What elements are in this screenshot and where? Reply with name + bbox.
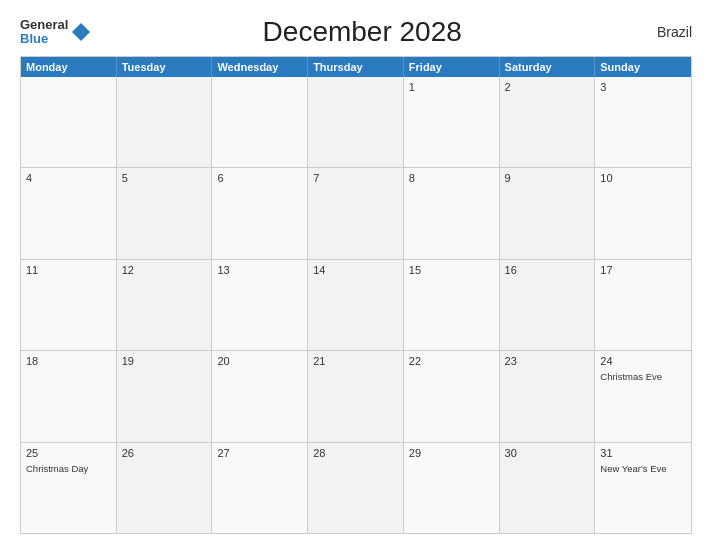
calendar-cell xyxy=(21,77,117,167)
day-event: New Year's Eve xyxy=(600,463,686,474)
weekday-header-thursday: Thursday xyxy=(308,57,404,77)
calendar-cell: 24Christmas Eve xyxy=(595,351,691,441)
day-number: 17 xyxy=(600,264,686,276)
calendar-cell: 7 xyxy=(308,168,404,258)
weekday-header-friday: Friday xyxy=(404,57,500,77)
page: General Blue December 2028 Brazil Monday… xyxy=(0,0,712,550)
calendar-cell xyxy=(308,77,404,167)
header: General Blue December 2028 Brazil xyxy=(20,16,692,48)
calendar-week-4: 18192021222324Christmas Eve xyxy=(21,350,691,441)
calendar-cell xyxy=(117,77,213,167)
calendar-cell: 2 xyxy=(500,77,596,167)
day-number: 31 xyxy=(600,447,686,459)
day-number: 22 xyxy=(409,355,494,367)
day-number: 23 xyxy=(505,355,590,367)
logo: General Blue xyxy=(20,18,92,47)
day-number: 4 xyxy=(26,172,111,184)
calendar-title: December 2028 xyxy=(92,16,632,48)
calendar-cell: 14 xyxy=(308,260,404,350)
calendar-cell: 26 xyxy=(117,443,213,533)
day-number: 11 xyxy=(26,264,111,276)
day-number: 24 xyxy=(600,355,686,367)
day-event: Christmas Eve xyxy=(600,371,686,382)
calendar-cell: 15 xyxy=(404,260,500,350)
day-number: 25 xyxy=(26,447,111,459)
day-number: 9 xyxy=(505,172,590,184)
day-number: 29 xyxy=(409,447,494,459)
day-number: 10 xyxy=(600,172,686,184)
calendar-cell: 6 xyxy=(212,168,308,258)
calendar-cell: 4 xyxy=(21,168,117,258)
calendar-cell: 1 xyxy=(404,77,500,167)
day-event: Christmas Day xyxy=(26,463,111,474)
day-number: 19 xyxy=(122,355,207,367)
calendar-cell: 10 xyxy=(595,168,691,258)
day-number: 15 xyxy=(409,264,494,276)
country-label: Brazil xyxy=(632,24,692,40)
calendar-cell: 3 xyxy=(595,77,691,167)
calendar-cell: 9 xyxy=(500,168,596,258)
day-number: 28 xyxy=(313,447,398,459)
day-number: 6 xyxy=(217,172,302,184)
calendar-cell: 13 xyxy=(212,260,308,350)
calendar-cell: 30 xyxy=(500,443,596,533)
calendar-cell: 12 xyxy=(117,260,213,350)
day-number: 1 xyxy=(409,81,494,93)
calendar-cell: 19 xyxy=(117,351,213,441)
calendar-cell: 8 xyxy=(404,168,500,258)
calendar: MondayTuesdayWednesdayThursdayFridaySatu… xyxy=(20,56,692,534)
calendar-week-5: 25Christmas Day262728293031New Year's Ev… xyxy=(21,442,691,533)
calendar-cell: 28 xyxy=(308,443,404,533)
calendar-cell: 31New Year's Eve xyxy=(595,443,691,533)
weekday-header-tuesday: Tuesday xyxy=(117,57,213,77)
day-number: 21 xyxy=(313,355,398,367)
day-number: 18 xyxy=(26,355,111,367)
day-number: 20 xyxy=(217,355,302,367)
day-number: 13 xyxy=(217,264,302,276)
weekday-header-wednesday: Wednesday xyxy=(212,57,308,77)
calendar-cell: 21 xyxy=(308,351,404,441)
calendar-week-1: 123 xyxy=(21,77,691,167)
day-number: 7 xyxy=(313,172,398,184)
day-number: 12 xyxy=(122,264,207,276)
day-number: 3 xyxy=(600,81,686,93)
calendar-cell xyxy=(212,77,308,167)
weekday-header-monday: Monday xyxy=(21,57,117,77)
calendar-week-3: 11121314151617 xyxy=(21,259,691,350)
logo-general-text: General xyxy=(20,18,68,32)
calendar-cell: 27 xyxy=(212,443,308,533)
day-number: 30 xyxy=(505,447,590,459)
calendar-week-2: 45678910 xyxy=(21,167,691,258)
day-number: 8 xyxy=(409,172,494,184)
svg-marker-0 xyxy=(72,23,90,41)
calendar-cell: 22 xyxy=(404,351,500,441)
calendar-cell: 5 xyxy=(117,168,213,258)
calendar-header-row: MondayTuesdayWednesdayThursdayFridaySatu… xyxy=(21,57,691,77)
calendar-cell: 18 xyxy=(21,351,117,441)
weekday-header-saturday: Saturday xyxy=(500,57,596,77)
calendar-body: 123456789101112131415161718192021222324C… xyxy=(21,77,691,533)
calendar-cell: 23 xyxy=(500,351,596,441)
calendar-cell: 29 xyxy=(404,443,500,533)
logo-blue-text: Blue xyxy=(20,32,68,46)
calendar-cell: 11 xyxy=(21,260,117,350)
calendar-cell: 17 xyxy=(595,260,691,350)
day-number: 16 xyxy=(505,264,590,276)
day-number: 14 xyxy=(313,264,398,276)
calendar-cell: 20 xyxy=(212,351,308,441)
logo-flag-icon xyxy=(70,21,92,43)
day-number: 5 xyxy=(122,172,207,184)
calendar-cell: 25Christmas Day xyxy=(21,443,117,533)
weekday-header-sunday: Sunday xyxy=(595,57,691,77)
day-number: 2 xyxy=(505,81,590,93)
day-number: 27 xyxy=(217,447,302,459)
calendar-cell: 16 xyxy=(500,260,596,350)
day-number: 26 xyxy=(122,447,207,459)
